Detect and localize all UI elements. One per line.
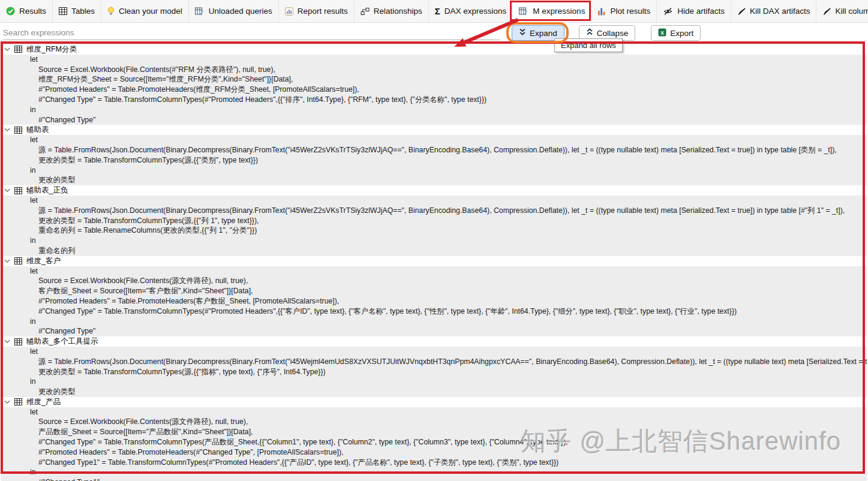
chevron-down-icon[interactable] bbox=[4, 47, 10, 52]
excel-icon: X bbox=[658, 28, 666, 38]
toolbar-tab[interactable]: Plot results bbox=[591, 0, 657, 22]
code-line: #"Changed Type1" = Table.TransformColumn… bbox=[1, 458, 867, 468]
expression-name: 维度_客户 bbox=[26, 256, 61, 266]
code-line: in bbox=[1, 166, 867, 176]
code-line: #"Changed Type" = Table.TransformColumnT… bbox=[1, 95, 867, 105]
toolbar-tab[interactable]: Kill columns bbox=[816, 0, 868, 22]
code-line: in bbox=[1, 105, 867, 115]
table-icon bbox=[14, 127, 22, 134]
expression-code: let源 = Table.FromRows(Json.Document(Bina… bbox=[1, 196, 867, 256]
code-line: #"Changed Type" bbox=[1, 115, 867, 125]
expand-button-label: Expand bbox=[530, 29, 557, 38]
svg-text:X: X bbox=[660, 29, 664, 35]
code-line: 更改的类型 = Table.TransformColumnTypes(源,{{"… bbox=[1, 216, 867, 226]
code-line: #"Promoted Headers" = Table.PromoteHeade… bbox=[1, 85, 867, 95]
expression-block: 维度_RFM分类 letSource = Excel.Workbook(File… bbox=[1, 44, 867, 125]
code-line: let bbox=[1, 347, 867, 357]
app-window: Results Tables Clean your model Unloaded… bbox=[0, 0, 868, 481]
code-line: #"Promoted Headers" = Table.PromoteHeade… bbox=[1, 296, 867, 306]
code-line: in bbox=[1, 467, 867, 477]
code-line: 更改的类型 bbox=[1, 387, 867, 397]
expression-header[interactable]: 辅助表 bbox=[1, 125, 867, 135]
chevron-down-icon[interactable] bbox=[4, 128, 10, 132]
expression-block: 辅助表_正负 let源 = Table.FromRows(Json.Docume… bbox=[1, 185, 867, 256]
expression-header[interactable]: 辅助表_多个工具提示 bbox=[1, 336, 867, 347]
expression-list: 维度_RFM分类 letSource = Excel.Workbook(File… bbox=[1, 44, 867, 481]
search-input[interactable] bbox=[3, 26, 500, 40]
plot-chart-icon bbox=[597, 7, 606, 16]
table-icon bbox=[14, 257, 22, 264]
export-button-label: Export bbox=[670, 29, 693, 38]
double-chevron-down-icon bbox=[519, 28, 526, 38]
toolbar-tab[interactable]: Tables bbox=[53, 0, 101, 22]
expression-header[interactable]: 维度_RFM分类 bbox=[1, 44, 867, 55]
lightbulb-icon bbox=[107, 7, 115, 16]
code-line: 重命名的列 = Table.RenameColumns(更改的类型,{{"列 1… bbox=[1, 226, 867, 236]
sigma-icon: Σ bbox=[435, 6, 440, 16]
expression-name: 辅助表 bbox=[26, 125, 49, 135]
expression-code: letSource = Excel.Workbook(File.Contents… bbox=[1, 266, 867, 337]
code-line: 更改的类型 = Table.TransformColumnTypes(源,{{"… bbox=[1, 367, 867, 377]
check-circle-icon bbox=[6, 7, 15, 16]
expression-header[interactable]: 维度_客户 bbox=[1, 256, 867, 266]
code-line: 更改的类型 bbox=[1, 175, 867, 185]
code-line: let bbox=[1, 55, 867, 65]
table-icon bbox=[14, 46, 22, 53]
code-line: Source = Excel.Workbook(File.Contents(源文… bbox=[1, 276, 867, 286]
eye-slash-icon bbox=[663, 7, 673, 16]
expression-code: let源 = Table.FromRows(Json.Document(Bina… bbox=[1, 347, 867, 397]
knife-icon bbox=[822, 7, 831, 16]
code-line: in bbox=[1, 317, 867, 327]
toolbar-tab[interactable]: Kill DAX artifacts bbox=[731, 0, 817, 22]
toolbar-tab[interactable]: Results bbox=[0, 0, 53, 22]
toolbar-tab[interactable]: Σ DAX expressions bbox=[429, 0, 513, 22]
table-icon bbox=[14, 398, 22, 405]
double-chevron-up-icon bbox=[586, 28, 593, 38]
expression-block: 维度_客户 letSource = Excel.Workbook(File.Co… bbox=[1, 256, 867, 336]
table-edit-icon bbox=[195, 7, 205, 16]
code-line: in bbox=[1, 236, 867, 246]
toolbar-tabs: Results Tables Clean your model Unloaded… bbox=[0, 0, 868, 23]
code-line: Source = Excel.Workbook(File.Contents(#"… bbox=[1, 65, 867, 75]
toolbar-tab[interactable]: Unloaded queries bbox=[189, 0, 279, 22]
code-line: let bbox=[1, 407, 867, 417]
code-line: #"Changed Type1" bbox=[1, 477, 867, 481]
code-line: 维度_RFM分类_Sheet = Source{[Item="维度_RFM分类"… bbox=[1, 74, 867, 85]
toolbar-tab[interactable]: Report results bbox=[279, 0, 355, 22]
code-line: let bbox=[1, 266, 867, 276]
code-line: 更改的类型 = Table.TransformColumnTypes(源,{{"… bbox=[1, 155, 867, 166]
chevron-down-icon[interactable] bbox=[4, 339, 10, 344]
expression-name: 维度_产品 bbox=[26, 397, 61, 407]
expression-name: 辅助表_正负 bbox=[26, 185, 68, 196]
toolbar-tab[interactable]: M expressions bbox=[513, 0, 591, 22]
chevron-down-icon[interactable] bbox=[4, 188, 10, 193]
collapse-button-label: Collapse bbox=[597, 29, 629, 38]
expression-block: 辅助表 let源 = Table.FromRows(Json.Document(… bbox=[1, 125, 867, 185]
action-row: Expand Collapse X Export bbox=[0, 23, 868, 43]
table-icon bbox=[14, 187, 22, 194]
toolbar-tab[interactable]: Hide artifacts bbox=[657, 0, 731, 22]
knife-icon bbox=[737, 7, 746, 16]
chevron-down-icon[interactable] bbox=[4, 400, 10, 404]
expression-name: 维度_RFM分类 bbox=[26, 44, 77, 55]
code-line: #"Changed Type" = Table.TransformColumnT… bbox=[1, 306, 867, 317]
code-line: in bbox=[1, 377, 867, 387]
table-icon bbox=[14, 338, 22, 345]
code-line: 重命名的列 bbox=[1, 246, 867, 256]
tooltip-expand-all-rows: Expand all rows bbox=[554, 38, 623, 52]
watermark: 知乎 @上北智信Sharewinfo bbox=[521, 425, 841, 458]
toolbar-tab[interactable]: Clean your model bbox=[101, 0, 189, 22]
export-button[interactable]: X Export bbox=[651, 25, 701, 41]
expression-header[interactable]: 辅助表_正负 bbox=[1, 185, 867, 196]
chevron-down-icon[interactable] bbox=[4, 259, 10, 263]
expression-block: 辅助表_多个工具提示 let源 = Table.FromRows(Json.Do… bbox=[1, 336, 867, 397]
expression-header[interactable]: 维度_产品 bbox=[1, 397, 867, 407]
code-line: let bbox=[1, 135, 867, 145]
table-edit-icon bbox=[519, 7, 528, 16]
toolbar-tab[interactable]: Relationships bbox=[355, 0, 429, 22]
code-line: 客户数据_Sheet = Source{[Item="客户数据",Kind="S… bbox=[1, 286, 867, 296]
code-line: 源 = Table.FromRows(Json.Document(Binary.… bbox=[1, 206, 867, 216]
code-line: #"Changed Type" bbox=[1, 326, 867, 336]
code-line: let bbox=[1, 196, 867, 206]
code-line: 源 = Table.FromRows(Json.Document(Binary.… bbox=[1, 145, 867, 155]
